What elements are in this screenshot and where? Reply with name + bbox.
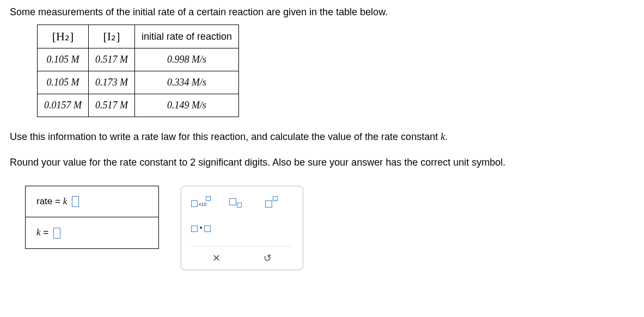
cell-h2: 0.0157 M [38,94,89,117]
k-value-input[interactable] [53,228,60,239]
cell-h2: 0.105 M [38,71,89,94]
header-i2: [I₂] [89,25,135,48]
cell-i2: 0.517 M [89,94,135,117]
cell-rate: 0.149 M/s [135,94,239,117]
cell-i2: 0.173 M [89,71,135,94]
table-row: 0.105 M 0.173 M 0.334 M/s [38,71,239,94]
close-icon: ✕ [212,253,220,264]
scientific-notation-button[interactable]: x10 [191,194,213,211]
data-table: [H₂] [I₂] initial rate of reaction 0.105… [37,25,239,117]
instruction-1: Use this information to write a rate law… [10,129,634,145]
superscript-button[interactable] [263,194,285,211]
rate-law-cell[interactable]: rate = k [26,186,159,217]
header-rate: initial rate of reaction [135,25,239,48]
cell-h2: 0.105 M [38,48,89,71]
rate-law-input[interactable] [72,196,79,207]
subscript-button[interactable] [227,194,249,211]
intro-text: Some measurements of the initial rate of… [10,7,634,18]
multiply-dot-button[interactable] [191,220,213,237]
table-row: 0.105 M 0.517 M 0.998 M/s [38,48,239,71]
symbol-palette: x10 ✕ ↻ [181,186,303,270]
answer-table: rate = k k = [25,186,159,249]
undo-button[interactable]: ↻ [260,252,275,264]
cell-i2: 0.517 M [89,48,135,71]
cell-rate: 0.998 M/s [135,48,239,71]
clear-button[interactable]: ✕ [209,252,224,264]
cell-rate: 0.334 M/s [135,71,239,94]
instruction-2: Round your value for the rate constant t… [10,155,634,170]
k-value-cell[interactable]: k = [26,217,159,249]
undo-icon: ↻ [263,252,272,264]
header-h2: [H₂] [38,25,89,48]
table-row: 0.0157 M 0.517 M 0.149 M/s [38,94,239,117]
